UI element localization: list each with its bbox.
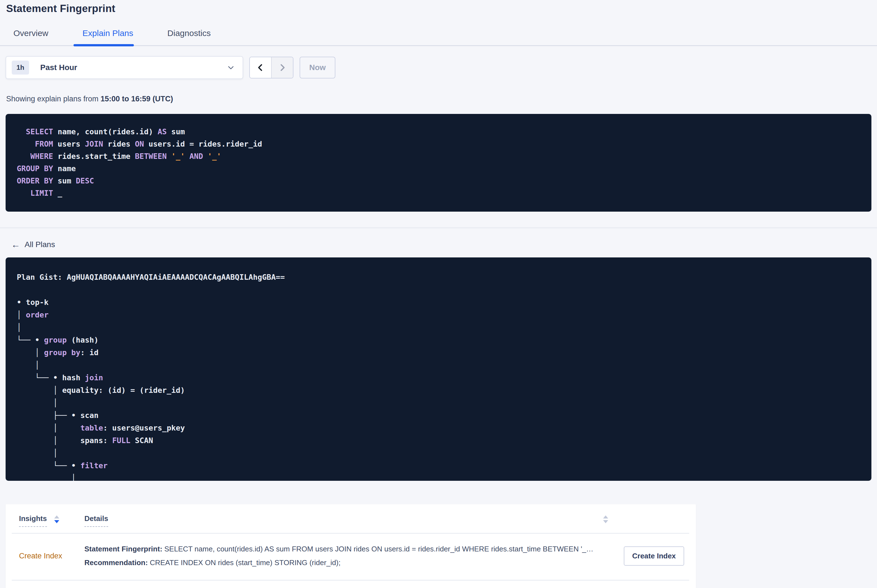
create-index-button[interactable]: Create Index [624,546,684,566]
time-range-dropdown[interactable]: 1h Past Hour [6,56,243,79]
details-column-header[interactable]: Details [84,514,689,527]
plan-tree: Plan Gist: AgHUAQIABQAAAAHYAQIAiAEAAAADC… [17,271,860,481]
insights-column-header[interactable]: Insights [19,514,84,527]
recommendation-label: Recommendation: [84,558,148,567]
sql-statement-box: SELECT name, count(rides.id) AS sum FROM… [6,114,871,212]
recommendation-line: Recommendation: CREATE INDEX ON rides (s… [84,558,609,567]
back-arrow-icon: ← [11,240,20,249]
now-button[interactable]: Now [299,57,335,78]
all-plans-label: All Plans [25,240,55,249]
statement-fingerprint-page: { "page": { "title": "Statement Fingerpr… [0,0,877,588]
plan-gist-box: Plan Gist: AgHUAQIABQAAAAHYAQIAiAEAAAADC… [6,257,871,481]
all-plans-link[interactable]: ← All Plans [11,240,55,249]
chevron-down-icon [227,64,235,72]
sql-statement: SELECT name, count(rides.id) AS sum FROM… [17,126,860,200]
details-header-label: Details [84,514,108,527]
insight-row: Create Index Statement Fingerprint: SELE… [6,534,689,574]
action-cell: Create Index [609,546,689,566]
time-pager [249,57,293,78]
insights-table-header: Insights Details [6,514,689,527]
tab-overview[interactable]: Overview [14,28,48,45]
showing-range: 15:00 to 16:59 (UTC) [101,94,173,103]
showing-text: Showing explain plans from 15:00 to 16:5… [6,94,877,103]
section-divider [0,227,877,228]
next-time-button[interactable] [272,57,293,78]
sort-icon-insights [54,514,59,523]
chevron-left-icon [256,63,265,72]
page-title: Statement Fingerprint [0,0,877,15]
insights-table: Insights Details Create Index Statement … [6,504,696,588]
tab-explain-plans[interactable]: Explain Plans [83,28,133,45]
row-divider [12,580,689,580]
showing-prefix: Showing explain plans from [6,94,101,103]
statement-fingerprint-line: Statement Fingerprint: SELECT name, coun… [84,545,609,554]
sort-icon-details [603,514,608,523]
time-range-label: Past Hour [40,63,77,72]
prev-time-button[interactable] [250,57,272,78]
insights-header-label: Insights [19,514,47,527]
statement-fingerprint-label: Statement Fingerprint: [84,545,162,553]
chevron-right-icon [278,63,286,72]
time-range-badge: 1h [12,61,29,75]
time-controls: 1h Past Hour Now [6,56,877,79]
statement-fingerprint-text: SELECT name, count(rides.id) AS sum FROM… [162,545,594,553]
tab-diagnostics[interactable]: Diagnostics [167,28,211,45]
details-cell: Statement Fingerprint: SELECT name, coun… [84,545,609,567]
tab-bar: Overview Explain Plans Diagnostics [0,28,877,46]
insight-type-link[interactable]: Create Index [19,552,84,560]
recommendation-text: CREATE INDEX ON rides (start_time) STORI… [148,558,341,567]
